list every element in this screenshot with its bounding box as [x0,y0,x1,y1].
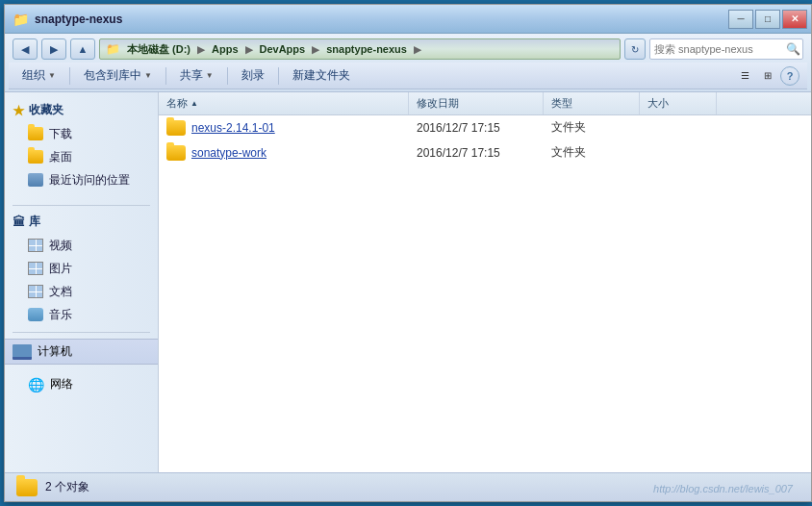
status-folder-icon [16,479,38,496]
computer-icon [13,344,32,360]
share-arrow: ▼ [206,71,214,80]
addr-sep-3: ▶ [312,44,319,55]
folder-icon-addr: 📁 [106,42,120,56]
organize-button[interactable]: 组织 ▼ [16,65,62,87]
desktop-label: 桌面 [49,149,72,165]
share-label: 共享 [180,67,203,84]
file-date-1: 2016/12/7 17:15 [409,140,544,164]
file-size-1 [640,140,717,164]
main-content: ★ 收藏夹 下载 桌面 最近访问的位置 🏛 库 [5,92,811,472]
sidebar-item-network[interactable]: 🌐 网络 [5,370,158,396]
sidebar-sec-div-2 [13,332,150,333]
col-header-size[interactable]: 大小 [640,92,717,114]
share-button[interactable]: 共享 ▼ [174,65,219,87]
include-library-button[interactable]: 包含到库中 ▼ [78,65,158,87]
include-library-label: 包含到库中 [84,67,141,84]
address-part-drive[interactable]: 本地磁盘 (D:) [124,41,193,58]
video-grid-icon [28,239,43,252]
search-input[interactable] [649,38,803,60]
music-icon [28,308,43,321]
network-label: 网络 [50,376,73,392]
star-icon: ★ [13,103,25,118]
up-button[interactable]: ▲ [70,38,95,60]
sidebar-item-desktop[interactable]: 桌面 [5,145,158,168]
sidebar-item-music[interactable]: 音乐 [5,303,158,326]
title-bar: 📁 snaptype-nexus ─ □ ✕ [5,5,811,34]
doc-label: 文档 [49,284,72,300]
file-row-0[interactable]: nexus-2.14.1-01 2016/12/7 17:15 文件夹 [159,115,811,140]
forward-button[interactable]: ▶ [41,38,66,60]
minimize-button[interactable]: ─ [728,10,753,29]
file-type-0: 文件夹 [544,115,640,139]
new-folder-label: 新建文件夹 [292,67,350,84]
col-size-label: 大小 [647,96,669,111]
col-header-modified[interactable]: 修改日期 [409,92,544,114]
sidebar-item-video[interactable]: 视频 [5,234,158,257]
col-header-name[interactable]: 名称 ▲ [159,92,409,114]
nav-bar: ◀ ▶ ▲ 📁 本地磁盘 (D:) ▶ Apps ▶ DevApps ▶ sna… [9,36,807,63]
recent-label: 最近访问的位置 [49,172,130,189]
addr-sep-1: ▶ [197,44,205,55]
address-bar[interactable]: 📁 本地磁盘 (D:) ▶ Apps ▶ DevApps ▶ snaptype-… [99,38,621,60]
organize-arrow: ▼ [48,71,56,80]
title-buttons: ─ □ ✕ [728,10,807,29]
folder-icon-1 [166,145,186,161]
download-folder-icon [28,127,43,140]
library-label: 库 [29,214,40,230]
file-row-1[interactable]: sonatype-work 2016/12/7 17:15 文件夹 [159,140,811,165]
file-list: nexus-2.14.1-01 2016/12/7 17:15 文件夹 sona… [159,115,811,472]
search-wrapper: 🔍 [649,38,803,60]
window-title: snaptype-nexus [35,13,122,26]
search-icon-button[interactable]: 🔍 [784,40,801,58]
sidebar-item-doc[interactable]: 文档 [5,280,158,303]
recent-location-icon [28,173,43,187]
toolbar-sep-3 [227,67,228,85]
library-icon: 🏛 [13,215,25,229]
sidebar-item-computer[interactable]: 计算机 [5,339,158,365]
column-headers: 名称 ▲ 修改日期 类型 大小 [159,92,811,115]
address-part-nexus[interactable]: snaptype-nexus [323,42,410,56]
sort-arrow: ▲ [190,99,198,108]
organize-label: 组织 [22,67,45,84]
col-modified-label: 修改日期 [417,96,459,111]
address-part-apps[interactable]: Apps [209,42,241,56]
music-label: 音乐 [49,307,72,323]
close-button[interactable]: ✕ [782,10,807,29]
back-button[interactable]: ◀ [13,38,38,60]
computer-label: 计算机 [38,343,72,360]
sidebar-item-download[interactable]: 下载 [5,122,158,145]
toolbar-sep-4 [278,67,279,85]
maximize-button[interactable]: □ [755,10,780,29]
file-area: 名称 ▲ 修改日期 类型 大小 nexus-2.14.1- [159,92,811,472]
video-label: 视频 [49,238,72,254]
file-type-1: 文件夹 [544,140,640,164]
view-tiles-button[interactable]: ⊞ [757,65,778,87]
address-part-devapps[interactable]: DevApps [257,42,309,56]
col-type-label: 类型 [551,96,572,111]
folder-icon-0 [166,120,186,136]
view-details-button[interactable]: ☰ [734,65,755,87]
status-text: 2 个对象 [45,479,89,495]
col-name-label: 名称 [166,96,188,111]
window-icon: 📁 [13,12,29,27]
favorites-label: 收藏夹 [29,102,63,118]
include-library-arrow: ▼ [144,71,152,80]
new-folder-button[interactable]: 新建文件夹 [287,65,356,87]
image-label: 图片 [49,261,72,277]
file-name-1: sonatype-work [159,140,409,164]
help-button[interactable]: ? [780,66,799,86]
file-name-text-1: sonatype-work [191,146,266,160]
col-header-type[interactable]: 类型 [544,92,640,114]
burn-button[interactable]: 刻录 [236,65,270,87]
toolbar-area: ◀ ▶ ▲ 📁 本地磁盘 (D:) ▶ Apps ▶ DevApps ▶ sna… [5,34,811,92]
sidebar-item-image[interactable]: 图片 [5,257,158,280]
sidebar-sec-div-1 [13,205,150,206]
address-refresh-button[interactable]: ↻ [624,38,646,60]
explorer-window: 📁 snaptype-nexus ─ □ ✕ ◀ ▶ ▲ 📁 本地磁盘 (D:)… [4,4,812,502]
view-buttons: ☰ ⊞ ? [734,65,799,87]
favorites-header: ★ 收藏夹 [5,100,158,122]
download-label: 下载 [49,126,72,142]
file-name-0: nexus-2.14.1-01 [159,115,409,139]
sidebar-item-recent[interactable]: 最近访问的位置 [5,168,158,191]
addr-sep-2: ▶ [245,44,253,55]
